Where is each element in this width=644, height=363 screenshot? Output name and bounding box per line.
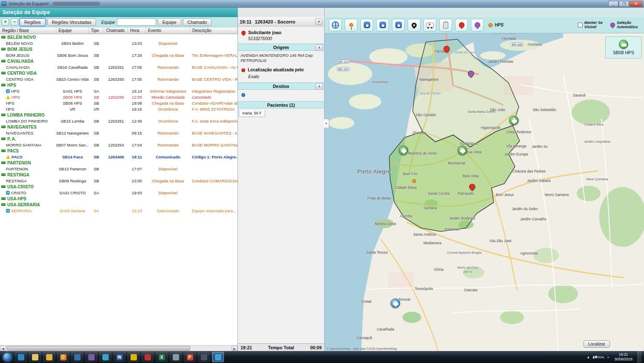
outlook-taskbar-icon[interactable]: O — [57, 352, 69, 362]
scroll-left-arrow[interactable]: ◀ — [0, 346, 6, 351]
pin-blue-3-button[interactable] — [392, 19, 405, 32]
table-row[interactable]: CENTRO VIDASB10 Centro VidaSB126325017:0… — [0, 76, 238, 82]
green-ambulance-marker[interactable] — [509, 116, 519, 125]
table-row[interactable]: SERRARIASA03 SerrariaSA15:13SelecionadoE… — [0, 208, 238, 214]
expand-panel-button[interactable]: ▸ — [324, 119, 329, 128]
green-ambulance-marker[interactable] — [458, 146, 467, 155]
selected-team-legend[interactable]: SB08 HPS — [605, 36, 642, 59]
powerpoint-taskbar-icon[interactable]: P — [184, 352, 196, 362]
patient-tab[interactable]: maria, 56 F — [239, 110, 265, 117]
table-row[interactable]: CAVALHADASB16 CavalhadaSB126325117:05Ret… — [0, 64, 238, 70]
table-row[interactable]: HPSSB08 HPSSB18:08Chegada na BaseConduto… — [0, 100, 238, 106]
red-pin-marker[interactable] — [468, 183, 476, 191]
clock[interactable]: 19:21 30/06/2018 — [612, 352, 635, 361]
app-purple-taskbar-icon[interactable] — [85, 352, 97, 362]
manter-visivel-checkbox[interactable] — [578, 23, 583, 27]
marker-purple-button[interactable] — [471, 19, 484, 32]
app-gray-taskbar-icon[interactable] — [170, 352, 182, 362]
table-group-row[interactable]: BOM JESUS — [0, 46, 238, 52]
show-desktop-button[interactable] — [638, 351, 641, 363]
collapse-origem-button[interactable]: ∧ — [316, 44, 323, 51]
equipe-input[interactable] — [117, 18, 156, 26]
purple-pin-marker[interactable] — [467, 70, 475, 78]
red-pin-marker[interactable] — [442, 45, 451, 53]
compass-taskbar-icon[interactable] — [99, 352, 111, 362]
table-group-row[interactable]: PARTENON — [0, 160, 238, 166]
excel-taskbar-icon[interactable]: X — [156, 352, 168, 362]
table-row[interactable]: PARTENONSB13 PartenonSB17:07Disponível — [0, 166, 238, 172]
chrome-taskbar-icon[interactable] — [43, 352, 55, 362]
table-group-row[interactable]: BELÉM NOVO — [0, 34, 238, 40]
column-header[interactable]: Equipe — [56, 27, 89, 34]
network-icon[interactable]: ▮�934; — [592, 355, 604, 359]
clipboard-button[interactable] — [439, 19, 452, 32]
table-row[interactable]: CRISTOSA02 CRISTOSA19:03Disponível — [0, 190, 238, 196]
table-group-row[interactable]: USA-HPS — [0, 196, 238, 202]
chamado-button[interactable]: Chamado — [183, 18, 212, 26]
table-row[interactable]: BELÉM NOVOSB04 BelémSB13:03Disponível — [0, 40, 238, 46]
column-header[interactable]: Região / Base — [0, 27, 56, 34]
column-header[interactable]: Evento — [146, 27, 190, 34]
remove-button[interactable]: − — [11, 18, 18, 26]
poi-orange-button[interactable] — [345, 19, 357, 32]
green-ambulance-marker[interactable] — [399, 146, 408, 155]
table-group-row[interactable]: LOMBA PINHEIRO — [0, 112, 238, 118]
volume-icon[interactable]: ◖ — [607, 355, 609, 359]
collapse-call-button[interactable]: ∧ — [315, 18, 322, 25]
selecao-automatica-option[interactable]: Seleção Automática — [610, 21, 640, 29]
column-header[interactable]: Descrição — [190, 27, 238, 34]
column-header[interactable]: Hora — [128, 27, 146, 34]
blue-ambulance-marker[interactable] — [391, 299, 400, 308]
table-row[interactable]: RESTINGASB09 RestingaSB23:00Chegada na B… — [0, 178, 238, 184]
marker-red-button[interactable] — [455, 19, 468, 32]
table-group-row[interactable]: RESTINGA — [0, 172, 238, 178]
app-dark-taskbar-icon[interactable] — [198, 352, 210, 362]
scrollbar-thumb[interactable] — [7, 346, 190, 351]
table-group-row[interactable]: USA-SERRARIA — [0, 202, 238, 208]
media-app-taskbar-icon[interactable] — [15, 352, 27, 362]
table-row[interactable]: HPSSB05 HPSSB126325612:55Missão Cancelad… — [0, 94, 238, 100]
localizar-button[interactable]: Localizar — [583, 340, 610, 348]
minimize-button[interactable]: _ — [608, 1, 618, 7]
scroll-right-arrow[interactable]: ▶ — [232, 346, 238, 351]
word-taskbar-icon[interactable]: W — [113, 352, 125, 362]
map-canvas[interactable]: HumaitáAnchietaIlha do HumaitáDelta do J… — [325, 33, 644, 351]
add-button[interactable]: + — [2, 18, 9, 26]
pin-blue-1-button[interactable] — [360, 19, 373, 32]
table-row[interactable]: PACSSB14 PacsSB126340918:11ComunicadoCód… — [0, 154, 238, 160]
folder-taskbar-icon[interactable] — [29, 352, 41, 362]
table-row[interactable]: HPSSA01 HPSSA16:14Informar IntegrantesIn… — [0, 88, 238, 94]
table-group-row[interactable]: HPS — [0, 82, 238, 88]
table-row[interactable]: MORRO SANTANASB07 Morro San...SB12632541… — [0, 142, 238, 148]
horizontal-scrollbar[interactable]: ◀ ▶ — [0, 345, 238, 351]
remote-desktop-taskbar-icon[interactable] — [71, 352, 83, 362]
table-row[interactable]: HPSVRVR19:15OcorrênciaF.A. MIKE 23 PATRI… — [0, 106, 238, 112]
close-button[interactable]: ✕ — [629, 1, 642, 7]
table-group-row[interactable]: CENTRO VIDA — [0, 70, 238, 76]
orange-dot-marker[interactable] — [412, 179, 416, 183]
maximize-button[interactable]: ❐ — [619, 1, 629, 7]
pin-black-button[interactable] — [408, 19, 421, 32]
map-app-taskbar-icon[interactable] — [212, 352, 224, 362]
globe-button[interactable] — [329, 19, 342, 32]
ambulance-cart-button[interactable] — [424, 19, 436, 32]
app-red-taskbar-icon[interactable] — [142, 352, 154, 362]
tray-expand-icon[interactable]: ▲ — [587, 355, 590, 359]
table-group-row[interactable]: PACS — [0, 148, 238, 154]
collapse-destino-button[interactable]: ∧ — [316, 83, 323, 90]
table-group-row[interactable]: CAVALHADA — [0, 58, 238, 64]
regioes-button[interactable]: Regiões — [20, 18, 46, 26]
table-row[interactable]: BOM JESUSSB06 Bom JesusSB17:29Chegada na… — [0, 52, 238, 58]
column-header[interactable]: Chamado — [104, 27, 128, 34]
app-yellow-taskbar-icon[interactable] — [128, 352, 139, 362]
table-group-row[interactable]: USA-CRISTO — [0, 184, 238, 190]
table-group-row[interactable]: NAVEGANTES — [0, 124, 238, 130]
equipe-button[interactable]: Equipe — [158, 18, 181, 26]
manter-visivel-option[interactable]: Manter Se Visível — [578, 21, 607, 29]
regioes-vinculadas-button[interactable]: Regiões Vinculadas — [47, 18, 96, 26]
start-button[interactable] — [3, 352, 12, 362]
pin-blue-2-button[interactable] — [376, 19, 389, 32]
column-header[interactable]: Tipo — [89, 27, 104, 34]
table-group-row[interactable]: P. A. — [0, 136, 238, 142]
table-row[interactable]: NAVEGANTESSB12 NavegantesSB09:15Retornan… — [0, 130, 238, 136]
